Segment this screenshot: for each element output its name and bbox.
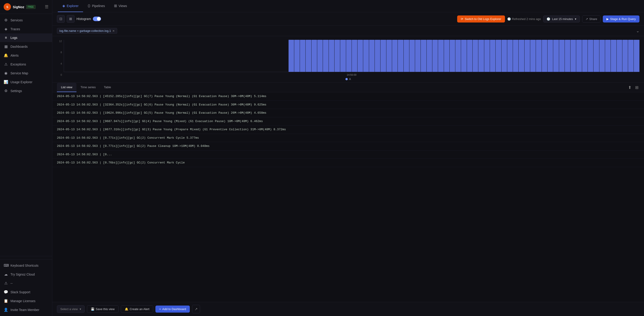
log-row[interactable]: 2024-05-13 14:56:02.563 | [0.771s][info]… bbox=[52, 134, 644, 142]
bar-fill bbox=[565, 40, 570, 72]
chart-bar-48 bbox=[340, 40, 346, 72]
chart-bar-2 bbox=[76, 40, 81, 72]
bar-fill bbox=[375, 40, 380, 72]
filter-tag-log-file[interactable]: log.file.name = garbage-collection.log.1… bbox=[57, 28, 117, 34]
chart-bar-95 bbox=[611, 40, 616, 72]
sidebar-label-licenses: Manage Licenses bbox=[10, 299, 36, 303]
save-icon: 💾 bbox=[91, 307, 94, 311]
cloud-icon: ☁ bbox=[4, 272, 8, 277]
chart-bar-96 bbox=[617, 40, 622, 72]
license-icon: 📋 bbox=[4, 299, 8, 303]
chart-bar-35 bbox=[265, 40, 271, 72]
chart-bar-5 bbox=[92, 40, 98, 72]
chart-bar-30 bbox=[237, 40, 242, 72]
share-label: Share bbox=[590, 17, 597, 21]
bar-fill bbox=[334, 40, 340, 72]
bar-fill bbox=[628, 40, 634, 72]
y-label-8: 8 bbox=[57, 51, 62, 54]
bar-fill bbox=[294, 40, 300, 72]
filter-close-icon[interactable]: ✕ bbox=[112, 29, 115, 32]
chart-bar-85 bbox=[553, 40, 559, 72]
run-query-button[interactable]: ▶ Stage & Run Query bbox=[603, 15, 640, 22]
legend-dot-a bbox=[346, 78, 348, 80]
sidebar-toggle[interactable]: ☰ bbox=[45, 4, 48, 9]
add-to-dashboard-button[interactable]: + Add to Dashboard bbox=[156, 306, 190, 313]
sidebar-item-status[interactable]: ⚠ -- bbox=[0, 279, 52, 288]
logs-view-actions: ⬆ ⊞ bbox=[627, 84, 640, 91]
sidebar-item-exceptions[interactable]: ⚠ Exceptions bbox=[0, 60, 52, 69]
log-row[interactable]: 2024-05-13 14:56:02.563 | [9687.947s][in… bbox=[52, 117, 644, 126]
sidebar-item-dashboards[interactable]: ▦ Dashboards bbox=[0, 42, 52, 51]
share-button[interactable]: ↗ Share bbox=[582, 15, 601, 22]
switch-old-logs-button[interactable]: ⟳ Switch to Old Logs Explorer bbox=[457, 15, 505, 22]
bar-fill bbox=[496, 40, 501, 72]
filter-expand-button[interactable]: ⌄ bbox=[636, 28, 640, 33]
chart-bar-92 bbox=[594, 40, 599, 72]
chart-bar-9 bbox=[116, 40, 121, 72]
log-row[interactable]: 2024-05-13 14:56:02.563 | [19624.996s][i… bbox=[52, 109, 644, 117]
sidebar-item-manage-licenses[interactable]: 📋 Manage Licenses bbox=[0, 297, 52, 305]
layout-button[interactable]: ⊞ bbox=[634, 84, 640, 91]
share-icon-button[interactable]: ↗ bbox=[192, 305, 200, 313]
time-range-selector[interactable]: 🕐 Last 15 minutes ▾ bbox=[543, 15, 580, 22]
log-row[interactable]: 2024-05-13 14:56:02.563 | [8677.316s][in… bbox=[52, 125, 644, 134]
chart-bar-41 bbox=[300, 40, 306, 72]
chart-bar-84 bbox=[548, 40, 553, 72]
tab-explorer[interactable]: ◈ Explorer bbox=[58, 0, 83, 12]
sidebar-item-traces[interactable]: ◈ Traces bbox=[0, 24, 52, 33]
bar-fill bbox=[588, 40, 593, 72]
sidebar-item-service-map[interactable]: ◉ Service Map bbox=[0, 69, 52, 77]
chart-bar-89 bbox=[576, 40, 582, 72]
format-button[interactable]: ⊠ bbox=[67, 15, 75, 23]
list-view-label: List view bbox=[61, 85, 72, 89]
sidebar-item-services[interactable]: ⚙ Services bbox=[0, 16, 52, 24]
log-row[interactable]: 2024-05-13 14:56:02.563 | [0.76bs][info]… bbox=[52, 159, 644, 167]
usage-explorer-icon: 📊 bbox=[4, 80, 8, 84]
select-view-dropdown[interactable]: Select a view ▾ bbox=[57, 305, 85, 313]
sidebar-item-try-cloud[interactable]: ☁ Try Signoz Cloud bbox=[0, 270, 52, 279]
settings-icon: ⚙ bbox=[4, 89, 8, 93]
sidebar-item-usage-explorer[interactable]: 📊 Usage Explorer bbox=[0, 77, 52, 86]
sidebar-item-keyboard-shortcuts[interactable]: ⌨ Keyboard Shortcuts bbox=[0, 261, 52, 270]
sidebar-label-usage-explorer: Usage Explorer bbox=[10, 80, 32, 84]
sidebar-label-traces: Traces bbox=[10, 27, 20, 31]
chart-bar-72 bbox=[478, 40, 484, 72]
export-button[interactable]: ⬆ bbox=[627, 84, 632, 91]
sidebar-item-settings[interactable]: ⚙ Settings bbox=[0, 86, 52, 95]
log-row[interactable]: 2024-05-13 14:56:02.563 | [0.771s][info]… bbox=[52, 142, 644, 150]
chart-bar-28 bbox=[225, 40, 230, 72]
tab-pipelines[interactable]: ⟨⟩ Pipelines bbox=[83, 0, 110, 12]
create-alert-button[interactable]: 🔔 Create an Alert bbox=[121, 305, 154, 313]
tab-list-view[interactable]: List view bbox=[57, 83, 76, 92]
bar-fill bbox=[398, 40, 403, 72]
chart-bar-14 bbox=[144, 40, 150, 72]
log-row[interactable]: 2024-05-13 14:56:02.563 | [45152.285s][i… bbox=[52, 92, 644, 101]
chart-bar-7 bbox=[104, 40, 110, 72]
services-icon: ⚙ bbox=[4, 18, 8, 22]
bar-fill bbox=[444, 40, 450, 72]
bar-fill bbox=[594, 40, 599, 72]
sidebar-item-alerts[interactable]: 🔔 Alerts bbox=[0, 51, 52, 60]
log-row[interactable]: 2024-05-13 14:56:02.563 | [32364.352s][i… bbox=[52, 101, 644, 109]
log-row[interactable]: 2024-05-13 14:56:02.563 | [0... bbox=[52, 150, 644, 159]
tab-table[interactable]: Table bbox=[100, 83, 115, 92]
save-view-button[interactable]: 💾 Save this view bbox=[87, 305, 118, 313]
chart-bar-31 bbox=[242, 40, 248, 72]
chart-bar-60 bbox=[410, 40, 415, 72]
bar-fill bbox=[312, 40, 317, 72]
tab-views[interactable]: ⊞ Views bbox=[110, 0, 132, 12]
sidebar-item-slack-support[interactable]: 💬 Slack Support bbox=[0, 288, 52, 297]
chart-bar-80 bbox=[524, 40, 530, 72]
tab-time-series[interactable]: Time series bbox=[76, 83, 100, 92]
filter-button[interactable]: ⊡ bbox=[57, 15, 65, 23]
chart-bar-0 bbox=[64, 40, 70, 72]
bar-fill bbox=[450, 40, 455, 72]
histogram-toggle[interactable] bbox=[93, 16, 101, 21]
sidebar-item-invite-team[interactable]: 👤 Invite Team Member bbox=[0, 305, 52, 314]
sidebar-label-services: Services bbox=[10, 18, 23, 22]
chart-bar-21 bbox=[185, 40, 190, 72]
chart-bar-39 bbox=[288, 40, 294, 72]
sidebar-item-logs[interactable]: ≡ Logs bbox=[0, 33, 52, 42]
filter-bar: log.file.name = garbage-collection.log.1… bbox=[52, 26, 644, 36]
sidebar-divider bbox=[0, 259, 52, 260]
